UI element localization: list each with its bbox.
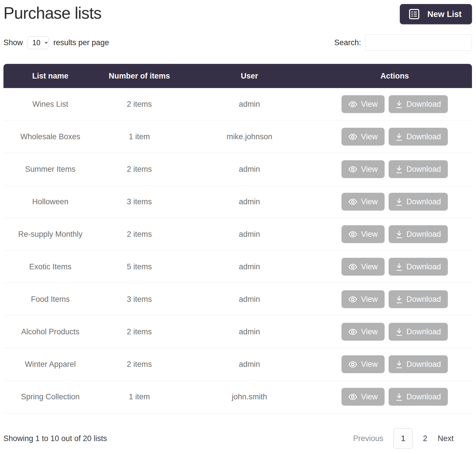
download-button-label: Download	[406, 327, 441, 336]
download-button[interactable]: Download	[389, 95, 448, 113]
user-cell: admin	[181, 348, 317, 381]
table-row: Wholesale Boxes 1 item mike.johnson View	[3, 121, 472, 153]
download-icon	[396, 100, 403, 108]
table-footer: Showing 1 to 10 out of 20 lists Previous…	[3, 428, 472, 449]
view-button[interactable]: View	[341, 323, 385, 341]
item-count-cell: 1 item	[97, 381, 181, 413]
page-title: Purchase lists	[3, 4, 101, 22]
pagination-page-1[interactable]: 1	[394, 428, 412, 449]
download-button[interactable]: Download	[389, 225, 448, 243]
pagination-page-2[interactable]: 2	[423, 434, 427, 443]
eye-icon	[348, 101, 357, 108]
list-name-cell: Summer Items	[3, 153, 97, 186]
download-button[interactable]: Download	[389, 160, 448, 178]
user-cell: admin	[181, 186, 317, 218]
column-header-list-name: List name	[3, 64, 97, 88]
download-button[interactable]: Download	[389, 323, 448, 341]
user-cell: admin	[181, 251, 317, 283]
view-button[interactable]: View	[341, 95, 385, 113]
list-name-cell: Exotic Items	[3, 251, 97, 283]
eye-icon	[348, 231, 357, 238]
column-header-user: User	[181, 64, 317, 88]
results-suffix-label: results per page	[53, 38, 109, 47]
view-button[interactable]: View	[341, 355, 385, 373]
pagination-next[interactable]: Next	[437, 434, 454, 443]
view-button-label: View	[361, 165, 378, 174]
item-count-cell: 1 item	[97, 121, 181, 153]
view-button[interactable]: View	[341, 258, 385, 276]
search-label: Search:	[334, 38, 361, 47]
download-icon	[396, 198, 403, 206]
download-button-label: Download	[406, 132, 441, 141]
list-name-cell: Re-supply Monthly	[3, 218, 97, 251]
download-button-label: Download	[406, 165, 441, 174]
table-row: Winter Apparel 2 items admin View	[3, 348, 472, 381]
item-count-cell: 2 items	[97, 88, 181, 121]
table-row: Wines List 2 items admin View	[3, 88, 472, 121]
pagination: Previous 1 2 Next	[353, 428, 472, 449]
item-count-cell: 3 items	[97, 283, 181, 316]
new-list-button-label: New List	[427, 9, 462, 19]
table-row: Exotic Items 5 items admin View	[3, 251, 472, 283]
download-button[interactable]: Download	[389, 128, 448, 146]
list-icon	[408, 8, 420, 20]
actions-cell: View Download	[317, 283, 472, 316]
purchase-lists-table: List name Number of items User Actions W…	[3, 64, 472, 413]
download-button[interactable]: Download	[389, 258, 448, 276]
view-button-label: View	[361, 230, 378, 239]
item-count-cell: 5 items	[97, 251, 181, 283]
actions-cell: View Download	[317, 218, 472, 251]
user-cell: admin	[181, 316, 317, 348]
table-row: Spring Collection 1 item john.smith View	[3, 381, 472, 413]
view-button-label: View	[361, 295, 378, 304]
view-button-label: View	[361, 132, 378, 141]
actions-cell: View Download	[317, 121, 472, 153]
item-count-cell: 2 items	[97, 218, 181, 251]
eye-icon	[348, 296, 357, 303]
download-button[interactable]: Download	[389, 193, 448, 211]
download-button-label: Download	[406, 392, 441, 401]
results-summary: Showing 1 to 10 out of 20 lists	[3, 434, 107, 443]
view-button[interactable]: View	[341, 193, 385, 211]
view-button-label: View	[361, 360, 378, 369]
download-button[interactable]: Download	[389, 355, 448, 373]
view-button[interactable]: View	[341, 388, 385, 406]
list-name-cell: Spring Collection	[3, 381, 97, 413]
download-button[interactable]: Download	[389, 388, 448, 406]
pagination-previous[interactable]: Previous	[353, 434, 383, 443]
results-per-page-control: Show 10 results per page	[3, 36, 109, 49]
new-list-button[interactable]: New List	[400, 4, 472, 24]
user-cell: admin	[181, 153, 317, 186]
download-button-label: Download	[406, 295, 441, 304]
download-button-label: Download	[406, 197, 441, 206]
download-icon	[396, 360, 403, 369]
actions-cell: View Download	[317, 88, 472, 121]
purchase-lists-page: Purchase lists New List Show 10	[0, 0, 476, 454]
view-button[interactable]: View	[341, 128, 385, 146]
download-button[interactable]: Download	[389, 290, 448, 308]
eye-icon	[348, 133, 357, 140]
eye-icon	[348, 361, 357, 368]
view-button[interactable]: View	[341, 225, 385, 243]
column-header-actions: Actions	[317, 64, 472, 88]
list-name-cell: Holloween	[3, 186, 97, 218]
topbar: Purchase lists New List	[3, 4, 472, 24]
table-row: Food Items 3 items admin View	[3, 283, 472, 316]
item-count-cell: 2 items	[97, 153, 181, 186]
table-row: Holloween 3 items admin View	[3, 186, 472, 218]
download-icon	[396, 230, 403, 239]
view-button-label: View	[361, 197, 378, 206]
results-per-page-select[interactable]: 10	[28, 36, 49, 49]
show-label: Show	[3, 38, 23, 47]
list-name-cell: Wholesale Boxes	[3, 121, 97, 153]
search-input[interactable]	[365, 35, 472, 51]
item-count-cell: 3 items	[97, 186, 181, 218]
table-body: Wines List 2 items admin View	[3, 88, 472, 413]
view-button[interactable]: View	[341, 160, 385, 178]
eye-icon	[348, 394, 357, 400]
view-button[interactable]: View	[341, 290, 385, 308]
table-row: Re-supply Monthly 2 items admin View	[3, 218, 472, 251]
actions-cell: View Download	[317, 251, 472, 283]
table-row: Summer Items 2 items admin View	[3, 153, 472, 186]
list-name-cell: Alcohol Products	[3, 316, 97, 348]
